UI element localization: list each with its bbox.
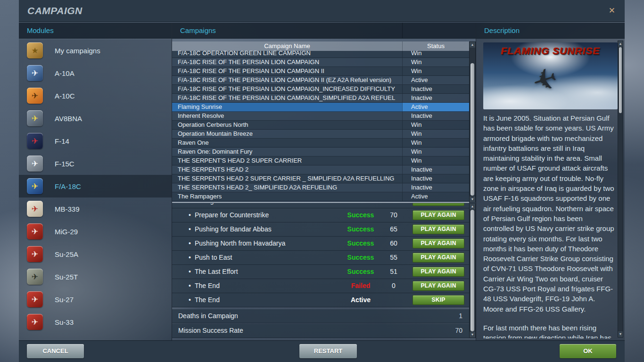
campaign-row-f-a-18c-rise-of-the-persian-lion-campaign-simplified-a2a-refuel[interactable]: F/A-18C RISE OF THE PERSIAN LION CAMPAIG…	[172, 94, 469, 103]
column-header-status: Status	[402, 41, 469, 51]
play-again-button[interactable]: PLAY AGAIN	[413, 281, 464, 291]
module-label: A-10A	[55, 69, 74, 77]
campaign-status: Win	[402, 139, 469, 147]
play-again-button[interactable]: PLAY AGAIN	[413, 203, 464, 206]
play-again-button[interactable]: PLAY AGAIN	[413, 210, 464, 220]
modules-panel-header: Modules	[19, 23, 172, 39]
module-item-su-33[interactable]: ✈ Su-33	[19, 311, 172, 333]
campaign-row-the-serpents-head-2[interactable]: THE SERPENTS HEAD 2 Inactive	[172, 165, 469, 174]
campaign-row-flaming-sunrise[interactable]: Flaming Sunrise Active	[172, 103, 469, 112]
module-item-su-27[interactable]: ✈ Su-27	[19, 288, 172, 311]
campaign-table-header: Campaign Name Status	[172, 41, 469, 51]
campaign-row-f-a-18c-rise-of-the-persian-lion-campaign-increased-difficulty[interactable]: F/A-18C RISE OF THE PERSIAN LION CAMPAIG…	[172, 85, 469, 94]
cancel-button[interactable]: CANCEL	[27, 344, 84, 358]
module-item-f-14[interactable]: ✈ F-14	[19, 130, 172, 152]
campaign-cover-image: FLAMING SUNRISE ✈	[483, 42, 618, 109]
missions-scrollbar[interactable]: ▲ ▼	[469, 203, 476, 338]
campaign-status: Inactive	[402, 94, 469, 102]
campaign-row-the-serpent-s-head-2-super-carrier[interactable]: THE SERPENT'S HEAD 2 SUPER CARRIER Win	[172, 156, 469, 165]
restart-button[interactable]: RESTART	[299, 344, 357, 358]
mission-status: Success	[339, 237, 382, 250]
play-again-button[interactable]: PLAY AGAIN	[413, 253, 464, 263]
mission-status: Success	[339, 208, 382, 222]
module-item-a-10c[interactable]: ✈ A-10C	[19, 84, 172, 107]
campaign-description-text: It is June 2005. Situation at Persian Gu…	[483, 113, 614, 338]
close-icon[interactable]: ✕	[609, 0, 615, 22]
module-label: F-14	[55, 137, 69, 145]
module-label: Su-27	[55, 296, 74, 304]
scroll-down-icon[interactable]: ▼	[470, 332, 475, 337]
description-scrollbar[interactable]: ▲ ▼	[618, 41, 623, 337]
skip-button[interactable]: SKIP	[413, 295, 464, 305]
module-label: AV8BNA	[55, 115, 82, 123]
ok-button[interactable]: OK	[560, 344, 616, 358]
module-item-f-15c[interactable]: ✈ F-15C	[19, 152, 172, 175]
campaign-row-raven-one-dominant-fury[interactable]: Raven One: Dominant Fury Win	[172, 148, 469, 156]
campaign-row-inherent-resolve[interactable]: Inherent Resolve Inactive	[172, 112, 469, 121]
play-again-button[interactable]: PLAY AGAIN	[413, 267, 464, 277]
campaign-name: Raven One	[172, 139, 402, 147]
campaign-row-the-serpents-head-2-super-carrier-simplified-a2a-refuelling[interactable]: THE SERPENTS HEAD 2 SUPER CARRIER _ SIMP…	[172, 174, 469, 183]
su-25a-module-icon: ✈	[27, 246, 43, 262]
campaign-row-the-serpents-head-2-simplified-a2a-refueling[interactable]: THE SERPENTS HEAD 2_ SIMPLIFIED A2A REFU…	[172, 183, 469, 192]
campaign-status: Inactive	[402, 183, 469, 192]
campaigns-scrollbar[interactable]: ▲ ▼	[469, 41, 476, 203]
mission-status: Success	[339, 251, 382, 264]
scrollbar-thumb[interactable]	[619, 47, 622, 113]
module-item-f-a-18c[interactable]: ✈ F/A-18C	[19, 175, 172, 197]
module-item-mb-339[interactable]: ✈ MB-339	[19, 197, 172, 220]
module-item-su-25t[interactable]: ✈ Su-25T	[19, 265, 172, 288]
campaign-row-f-a-18c-rise-of-the-persian-lion-campaign[interactable]: F/A-18C RISE OF THE PERSIAN LION CAMPAIG…	[172, 58, 469, 67]
scrollbar-thumb[interactable]	[471, 63, 474, 196]
campaign-row-operation-cerberus-north[interactable]: Operation Cerberus North Win	[172, 121, 469, 130]
module-label: A-10C	[55, 92, 75, 100]
mission-status: Failed	[339, 279, 382, 293]
scrollbar-thumb[interactable]	[471, 210, 474, 331]
module-label: My campaigns	[55, 47, 100, 55]
mission-score: 55	[384, 251, 403, 264]
scroll-up-icon[interactable]: ▲	[470, 42, 475, 48]
campaign-status: Win	[402, 130, 469, 138]
campaign-row-f-a-18c-rise-of-the-persian-lion-campaign-ii[interactable]: F/A-18C RISE OF THE PERSIAN LION CAMPAIG…	[172, 67, 469, 76]
play-again-button[interactable]: PLAY AGAIN	[413, 224, 464, 234]
campaign-name: F/A-18C RISE OF THE PERSIAN LION CAMPAIG…	[172, 94, 402, 102]
mission-name: Pushing for Bandar Abbas	[195, 222, 272, 236]
campaign-name: THE SERPENT'S HEAD 2 SUPER CARRIER	[172, 156, 402, 165]
module-label: F/A-18C	[55, 182, 81, 190]
bullet-icon: •	[189, 251, 191, 264]
module-item-mig-29[interactable]: ✈ MiG-29	[19, 220, 172, 243]
campaign-row-f-a-18c-operation-green-line-campaign[interactable]: F/A-18C OPERATION GREEN LINE CAMPAIGN Wi…	[172, 51, 469, 58]
campaign-status: Win	[402, 51, 469, 58]
campaign-row-f-a-18c-rise-of-the-persian-lion-campaign-ii-ez-a2a-refuel-version[interactable]: F/A-18C RISE OF THE PERSIAN LION CAMPAIG…	[172, 76, 469, 85]
campaign-status: Inactive	[402, 112, 469, 120]
scroll-down-icon[interactable]: ▼	[470, 197, 475, 202]
bullet-icon: •	[189, 222, 191, 236]
column-header-campaign-name: Campaign Name	[172, 41, 402, 51]
mission-name: The End	[195, 279, 220, 293]
play-again-button[interactable]: PLAY AGAIN	[413, 239, 464, 248]
bullet-icon: •	[189, 279, 191, 293]
module-label: Su-33	[55, 318, 74, 326]
module-label: MB-339	[55, 205, 80, 213]
campaign-row-the-rampagers[interactable]: The Rampagers Active	[172, 192, 469, 201]
campaign-row-raven-one[interactable]: Raven One Win	[172, 139, 469, 148]
scroll-up-icon[interactable]: ▲	[470, 204, 475, 209]
scroll-down-icon[interactable]: ▼	[618, 331, 623, 337]
module-item-av8bna[interactable]: ✈ AV8BNA	[19, 107, 172, 130]
scroll-up-icon[interactable]: ▲	[618, 41, 623, 47]
stat-value: 1	[459, 309, 462, 323]
module-item-a-10a[interactable]: ✈ A-10A	[19, 62, 172, 84]
campaign-name: Operation Cerberus North	[172, 121, 402, 129]
mission-score: 70	[384, 208, 403, 222]
module-item-su-25a[interactable]: ✈ Su-25A	[19, 243, 172, 265]
campaign-name: The Rampagers	[172, 192, 402, 201]
av8bna-module-icon: ✈	[27, 110, 43, 126]
description-paragraph: It is June 2005. Situation at Persian Gu…	[483, 113, 614, 314]
module-item-my-campaigns[interactable]: ★ My campaigns	[19, 39, 172, 62]
module-label: MiG-29	[55, 228, 78, 236]
mig-29-module-icon: ✈	[27, 223, 43, 239]
mission-row-prepare-for-counterstrike: • Prepare for Counterstrike Success 70 P…	[172, 208, 469, 222]
campaign-row-operation-mountain-breeze[interactable]: Operation Mountain Breeze Win	[172, 130, 469, 139]
campaign-name: F/A-18C RISE OF THE PERSIAN LION CAMPAIG…	[172, 76, 402, 84]
campaign-name: Flaming Sunrise	[172, 103, 402, 111]
